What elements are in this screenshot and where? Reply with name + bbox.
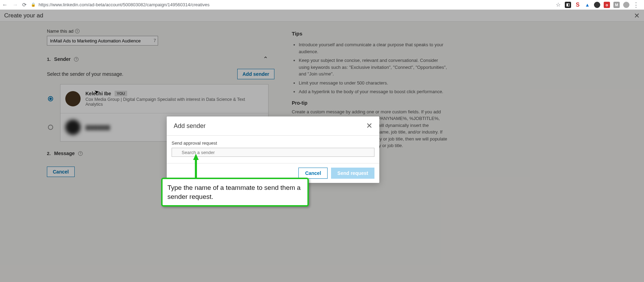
url-text: https://www.linkedin.com/ad-beta/account… [39,2,209,7]
back-button[interactable]: ← [2,2,8,8]
reload-button[interactable]: ⟳ [22,2,27,8]
forward-button[interactable]: → [13,2,18,8]
extension-icon[interactable]: ▲ [584,2,591,8]
bookmark-star-icon[interactable]: ☆ [556,1,561,8]
profile-avatar-icon[interactable] [623,2,629,8]
extension-icon[interactable]: M [613,2,620,8]
extension-icon[interactable]: o [604,2,610,8]
send-request-button[interactable]: Send request [331,168,374,179]
search-sender-input[interactable] [172,148,374,157]
lock-icon: 🔒 [31,2,36,7]
menu-icon[interactable]: ⋮ [633,1,639,9]
annotation-callout: Type the name of a teammate to send them… [161,178,309,207]
modal-field-label: Send approval request [172,140,374,146]
extension-icon[interactable]: S [575,2,581,8]
add-sender-modal: Add sender ✕ Send approval request Cance… [167,116,379,183]
extension-icon[interactable]: ◧ [565,2,571,8]
modal-title: Add sender [174,122,206,130]
extension-icon[interactable] [594,2,600,8]
annotation-arrow-stem [195,159,197,178]
modal-cancel-button[interactable]: Cancel [298,168,328,179]
close-icon[interactable]: ✕ [366,121,372,130]
browser-chrome: ← → ⟳ 🔒 https://www.linkedin.com/ad-beta… [0,0,644,10]
